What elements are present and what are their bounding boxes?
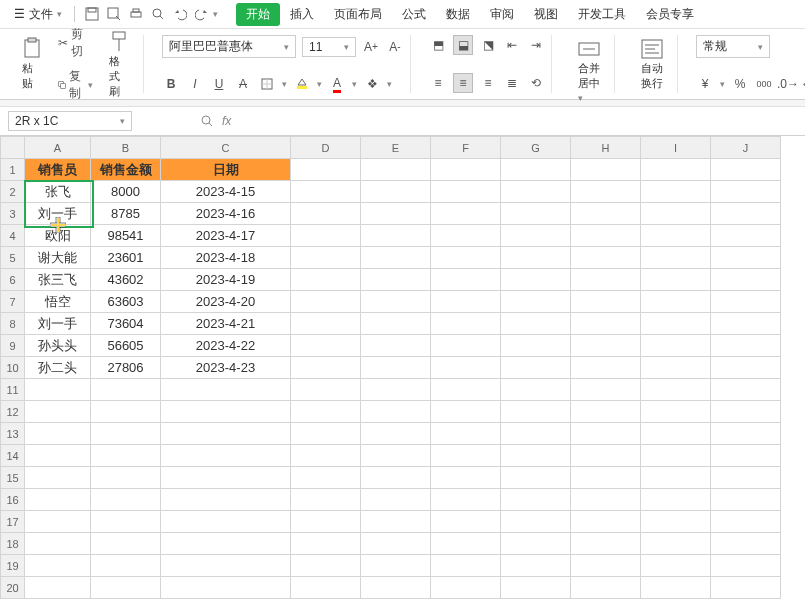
tab-视图[interactable]: 视图 xyxy=(524,3,568,26)
cell-A17[interactable] xyxy=(25,511,91,533)
save-as-icon[interactable] xyxy=(106,6,122,22)
cell-A9[interactable]: 孙头头 xyxy=(25,335,91,357)
cell-D2[interactable] xyxy=(291,181,361,203)
cell-A5[interactable]: 谢大能 xyxy=(25,247,91,269)
name-box[interactable]: 2R x 1C▾ xyxy=(8,111,132,131)
merge-center-button[interactable]: 合并居中▾ xyxy=(570,35,608,107)
cell-A11[interactable] xyxy=(25,379,91,401)
cell-D16[interactable] xyxy=(291,489,361,511)
tab-插入[interactable]: 插入 xyxy=(280,3,324,26)
paste-button[interactable]: 粘贴 xyxy=(14,33,50,95)
cell-H2[interactable] xyxy=(571,181,641,203)
cell-H19[interactable] xyxy=(571,555,641,577)
cell-H14[interactable] xyxy=(571,445,641,467)
cell-J15[interactable] xyxy=(711,467,781,489)
cell-I11[interactable] xyxy=(641,379,711,401)
cell-J10[interactable] xyxy=(711,357,781,379)
cell-G7[interactable] xyxy=(501,291,571,313)
cell-H20[interactable] xyxy=(571,577,641,599)
cell-A19[interactable] xyxy=(25,555,91,577)
cell-I8[interactable] xyxy=(641,313,711,335)
italic-button[interactable]: I xyxy=(186,75,204,93)
cell-H18[interactable] xyxy=(571,533,641,555)
col-header-F[interactable]: F xyxy=(431,137,501,159)
cell-A12[interactable] xyxy=(25,401,91,423)
cell-J13[interactable] xyxy=(711,423,781,445)
cell-F10[interactable] xyxy=(431,357,501,379)
cell-G1[interactable] xyxy=(501,159,571,181)
cell-C1[interactable]: 日期 xyxy=(161,159,291,181)
cell-E18[interactable] xyxy=(361,533,431,555)
cell-I9[interactable] xyxy=(641,335,711,357)
cell-F5[interactable] xyxy=(431,247,501,269)
search-icon[interactable] xyxy=(200,114,214,128)
row-header-3[interactable]: 3 xyxy=(1,203,25,225)
cell-J18[interactable] xyxy=(711,533,781,555)
cell-G20[interactable] xyxy=(501,577,571,599)
row-header-15[interactable]: 15 xyxy=(1,467,25,489)
format-painter-button[interactable]: 格式刷 xyxy=(101,26,137,103)
cell-J12[interactable] xyxy=(711,401,781,423)
cell-I3[interactable] xyxy=(641,203,711,225)
cell-F12[interactable] xyxy=(431,401,501,423)
cell-H9[interactable] xyxy=(571,335,641,357)
cell-B12[interactable] xyxy=(91,401,161,423)
cell-C11[interactable] xyxy=(161,379,291,401)
col-header-B[interactable]: B xyxy=(91,137,161,159)
cell-D6[interactable] xyxy=(291,269,361,291)
cell-C19[interactable] xyxy=(161,555,291,577)
save-icon[interactable] xyxy=(84,6,100,22)
cell-C8[interactable]: 2023-4-21 xyxy=(161,313,291,335)
cell-D11[interactable] xyxy=(291,379,361,401)
cell-A4[interactable]: 欧阳 xyxy=(25,225,91,247)
cell-E14[interactable] xyxy=(361,445,431,467)
cell-I6[interactable] xyxy=(641,269,711,291)
currency-icon[interactable]: ¥ xyxy=(696,75,714,93)
select-all-corner[interactable] xyxy=(1,137,25,159)
col-header-G[interactable]: G xyxy=(501,137,571,159)
cell-H8[interactable] xyxy=(571,313,641,335)
cell-B3[interactable]: 8785 xyxy=(91,203,161,225)
cell-A13[interactable] xyxy=(25,423,91,445)
cell-C13[interactable] xyxy=(161,423,291,445)
cell-G4[interactable] xyxy=(501,225,571,247)
row-header-5[interactable]: 5 xyxy=(1,247,25,269)
row-header-2[interactable]: 2 xyxy=(1,181,25,203)
cell-B4[interactable]: 98541 xyxy=(91,225,161,247)
cell-H10[interactable] xyxy=(571,357,641,379)
col-header-I[interactable]: I xyxy=(641,137,711,159)
cell-J20[interactable] xyxy=(711,577,781,599)
align-middle-icon[interactable]: ⬓ xyxy=(453,35,473,55)
cell-F11[interactable] xyxy=(431,379,501,401)
cell-C7[interactable]: 2023-4-20 xyxy=(161,291,291,313)
cell-F6[interactable] xyxy=(431,269,501,291)
cell-H7[interactable] xyxy=(571,291,641,313)
strike-button[interactable]: A xyxy=(234,75,252,93)
fx-icon[interactable]: fx xyxy=(222,114,231,128)
cell-D13[interactable] xyxy=(291,423,361,445)
cell-I12[interactable] xyxy=(641,401,711,423)
cell-H16[interactable] xyxy=(571,489,641,511)
cell-E2[interactable] xyxy=(361,181,431,203)
cell-D20[interactable] xyxy=(291,577,361,599)
cell-J9[interactable] xyxy=(711,335,781,357)
cell-D19[interactable] xyxy=(291,555,361,577)
increase-font-icon[interactable]: A+ xyxy=(362,38,380,56)
cell-I14[interactable] xyxy=(641,445,711,467)
cell-G14[interactable] xyxy=(501,445,571,467)
cell-G10[interactable] xyxy=(501,357,571,379)
cell-C12[interactable] xyxy=(161,401,291,423)
row-header-10[interactable]: 10 xyxy=(1,357,25,379)
cell-A1[interactable]: 销售员 xyxy=(25,159,91,181)
font-family-select[interactable]: 阿里巴巴普惠体▾ xyxy=(162,35,296,58)
row-header-8[interactable]: 8 xyxy=(1,313,25,335)
cell-H5[interactable] xyxy=(571,247,641,269)
cell-J17[interactable] xyxy=(711,511,781,533)
cell-I19[interactable] xyxy=(641,555,711,577)
cell-B20[interactable] xyxy=(91,577,161,599)
cell-H13[interactable] xyxy=(571,423,641,445)
cell-A20[interactable] xyxy=(25,577,91,599)
cell-A16[interactable] xyxy=(25,489,91,511)
orientation-icon[interactable]: ⟲ xyxy=(527,74,545,92)
cell-E1[interactable] xyxy=(361,159,431,181)
